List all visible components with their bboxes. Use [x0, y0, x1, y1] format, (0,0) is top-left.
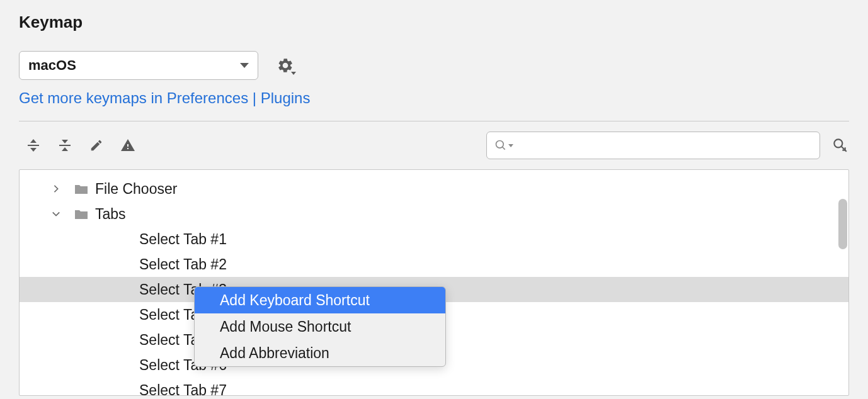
search-icon [494, 139, 513, 152]
tree-item-select-tab-7[interactable]: Select Tab #7 [20, 378, 848, 396]
chevron-down-icon [240, 63, 249, 68]
scrollbar[interactable] [838, 199, 847, 249]
svg-line-3 [503, 147, 505, 150]
keymap-dropdown[interactable]: macOS [19, 51, 258, 80]
collapse-all-icon[interactable] [57, 137, 73, 154]
svg-rect-0 [28, 145, 39, 146]
tree-item-label: Tabs [95, 206, 126, 223]
tree-item-label: File Chooser [95, 181, 177, 198]
find-shortcut-icon[interactable] [831, 137, 849, 154]
context-menu-item-label: Add Keyboard Shortcut [220, 292, 370, 309]
context-menu-add-mouse-shortcut[interactable]: Add Mouse Shortcut [195, 313, 445, 340]
tree-panel: File Chooser Tabs Select Ta [19, 169, 849, 396]
chevron-right-icon [50, 184, 62, 193]
folder-icon [74, 183, 89, 195]
page-title: Keymap [19, 13, 849, 32]
tree-item-label: Select Tab #2 [139, 256, 227, 273]
svg-line-5 [842, 147, 845, 150]
tree-item-select-tab-1[interactable]: Select Tab #1 [20, 227, 848, 252]
search-box[interactable] [486, 132, 820, 159]
tree-item-label: Select Tab #1 [139, 231, 227, 248]
edit-icon[interactable] [88, 137, 105, 154]
context-menu-item-label: Add Abbreviation [220, 345, 329, 362]
tree-item-select-tab-2[interactable]: Select Tab #2 [20, 252, 848, 277]
divider [19, 121, 849, 121]
folder-icon [74, 208, 89, 220]
get-keymaps-link[interactable]: Get more keymaps in Preferences | Plugin… [19, 89, 849, 107]
tree-item-tabs[interactable]: Tabs [20, 201, 848, 227]
warning-icon[interactable] [120, 137, 136, 154]
context-menu-item-label: Add Mouse Shortcut [220, 318, 351, 335]
gear-icon[interactable] [277, 57, 294, 74]
search-input[interactable] [518, 138, 812, 153]
svg-point-2 [496, 141, 504, 149]
expand-all-icon[interactable] [25, 137, 42, 154]
tree-item-label: Select Tab #7 [139, 382, 227, 396]
context-menu: Add Keyboard Shortcut Add Mouse Shortcut… [194, 286, 446, 367]
svg-rect-1 [59, 145, 71, 146]
chevron-down-icon [50, 211, 62, 217]
tree-item-file-chooser[interactable]: File Chooser [20, 176, 848, 201]
context-menu-add-keyboard-shortcut[interactable]: Add Keyboard Shortcut [195, 287, 445, 313]
svg-point-4 [834, 139, 842, 147]
keymap-dropdown-label: macOS [28, 57, 76, 74]
context-menu-add-abbreviation[interactable]: Add Abbreviation [195, 340, 445, 366]
